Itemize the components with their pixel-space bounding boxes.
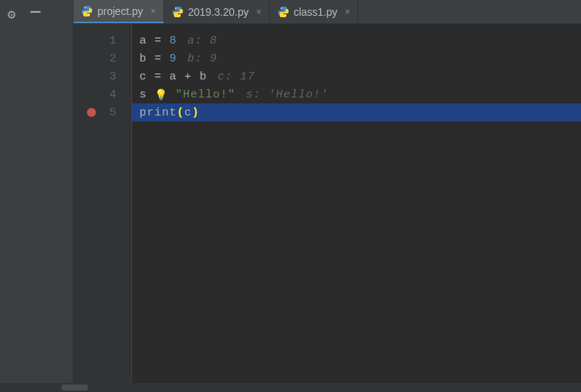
tab-label: 2019.3.20.py	[188, 6, 249, 18]
svg-point-1	[88, 14, 90, 16]
gutter[interactable]: 1 2 3 4 5	[73, 24, 132, 392]
line-number[interactable]: 1	[73, 31, 131, 49]
code-line-4[interactable]: s 💡 "Hello!"s: 'Hello!'	[132, 85, 581, 103]
minimize-icon[interactable]: —	[31, 3, 40, 22]
svg-point-2	[175, 7, 176, 9]
python-icon	[277, 6, 289, 18]
tab-label: project.py	[97, 5, 143, 17]
line-number[interactable]: 5	[73, 103, 131, 121]
horizontal-scrollbar-track	[0, 383, 581, 392]
inline-hint: c: 17	[217, 70, 255, 83]
svg-point-5	[284, 15, 286, 16]
tab-class1[interactable]: class1.py ×	[270, 0, 358, 23]
svg-point-4	[280, 7, 282, 9]
inline-hint: a: 8	[187, 34, 217, 47]
inline-hint: b: 9	[187, 52, 217, 65]
horizontal-scrollbar-thumb[interactable]	[61, 385, 88, 391]
tab-label: class1.py	[294, 6, 337, 18]
close-icon[interactable]: ×	[151, 6, 156, 16]
inline-hint: s: 'Hello!'	[246, 88, 328, 101]
main-area: project.py × 2019.3.20.py ×	[73, 0, 581, 392]
lightbulb-icon[interactable]: 💡	[154, 88, 168, 101]
code-line-3[interactable]: c = a + bc: 17	[132, 67, 581, 85]
svg-point-3	[178, 15, 180, 16]
left-panel: ⚙ —	[0, 0, 73, 392]
close-icon[interactable]: ×	[345, 7, 350, 17]
tab-2019[interactable]: 2019.3.20.py ×	[164, 0, 270, 23]
gear-icon[interactable]: ⚙	[7, 6, 16, 22]
breakpoint-icon[interactable]	[87, 108, 96, 117]
close-icon[interactable]: ×	[256, 7, 262, 17]
python-icon	[172, 6, 184, 18]
line-number[interactable]: 2	[73, 49, 131, 67]
svg-point-0	[85, 7, 86, 8]
editor: 1 2 3 4 5 a = 8a: 8 b = 9b: 9 c = a + bc…	[73, 24, 581, 392]
line-number[interactable]: 4	[73, 85, 131, 103]
code-line-1[interactable]: a = 8a: 8	[132, 31, 581, 49]
code-line-2[interactable]: b = 9b: 9	[132, 49, 581, 67]
line-number[interactable]: 3	[73, 67, 131, 85]
code-line-5-current[interactable]: print(c)	[132, 103, 581, 121]
tab-bar: project.py × 2019.3.20.py ×	[73, 0, 581, 24]
code-area[interactable]: a = 8a: 8 b = 9b: 9 c = a + bc: 17 s 💡 "…	[132, 24, 581, 392]
python-icon	[81, 5, 93, 17]
tab-project[interactable]: project.py ×	[73, 0, 164, 23]
